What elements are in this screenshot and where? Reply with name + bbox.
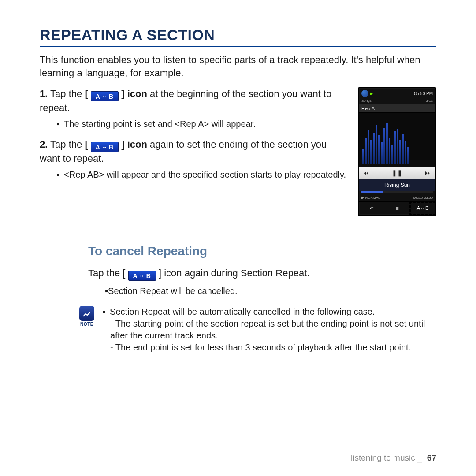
note-body: ▪Section Repeat will be automatically ca… [102, 306, 436, 353]
ab-repeat-icon: A↔B [128, 271, 156, 281]
open-bracket: [ [85, 88, 88, 99]
next-track-icon[interactable]: ⏭ [425, 169, 431, 176]
step-1-post: at the beginning of the section you want… [40, 88, 331, 113]
footer-section: listening to music _ [351, 453, 422, 462]
open-bracket: [ [123, 268, 125, 279]
note-dash-2: - The end point is set for less than 3 s… [110, 342, 436, 353]
step-2-post: again to set the ending of the section y… [40, 139, 327, 164]
ab-repeat-icon: A↔B [91, 91, 119, 101]
step-1-icon-word: icon [127, 88, 147, 99]
rep-a-indicator: Rep A [359, 104, 435, 113]
device-clock: 05:50 PM [414, 91, 433, 96]
step-1: 1. Tap the [ A↔B ] icon at the beginning… [40, 87, 349, 115]
device-menu-label: Songs [361, 99, 372, 103]
bullet-icon: ▪ [56, 170, 60, 179]
step-2-sub: ▪<Rep AB> will appear and the specified … [56, 169, 349, 181]
elapsed-time: 00:51/ 03:50 [413, 196, 433, 200]
note-label: NOTE [79, 322, 94, 327]
open-bracket: [ [85, 139, 88, 150]
cancel-step-icon-word: icon [164, 268, 182, 279]
page-title: REPEATING A SECTION [40, 26, 436, 47]
close-bracket: ] [121, 139, 124, 150]
note-badge: NOTE [79, 306, 94, 327]
app-icon [361, 90, 368, 97]
page-footer: listening to music _ 67 [351, 453, 436, 463]
back-icon[interactable]: ↶ [359, 202, 384, 215]
step-1-number: 1. [40, 88, 48, 99]
song-title: Rising Sun [359, 179, 435, 191]
step-1-sub: ▪The starting point is set and <Rep A> w… [56, 118, 349, 130]
pause-icon[interactable]: ❚❚ [392, 169, 402, 176]
step-1-pre: Tap the [50, 88, 82, 99]
bullet-icon: ▪ [56, 119, 60, 129]
close-bracket: ] [121, 88, 124, 99]
progress-bar[interactable] [361, 191, 433, 193]
ab-repeat-icon: A↔B [91, 142, 119, 152]
cancel-step: Tap the [ A↔B ] icon again during Sectio… [88, 267, 436, 281]
close-bracket: ] [159, 268, 161, 279]
note-dash-1: - The starting point of the section repe… [110, 318, 436, 342]
cancel-sub: ▪Section Repeat will be cancelled. [105, 285, 436, 297]
intro-text: This function enables you to listen to s… [40, 53, 436, 79]
device-screenshot: ▶ 05:50 PM Songs3/12 Rep A ⏮ ❚❚ ⏭ Rising… [358, 87, 436, 216]
equalizer [359, 113, 435, 167]
play-indicator-icon: ▶ [370, 92, 373, 96]
footer-page-number: 67 [427, 453, 436, 462]
step-2-number: 2. [40, 139, 48, 150]
cancel-repeating-heading: To cancel Repeating [88, 244, 436, 260]
step-2: 2. Tap the [ A↔B ] icon again to set the… [40, 138, 349, 165]
prev-track-icon[interactable]: ⏮ [363, 169, 369, 176]
list-icon[interactable]: ≡ [384, 202, 409, 215]
note-icon [82, 309, 91, 318]
ab-repeat-button[interactable]: A↔B [410, 202, 435, 215]
step-2-pre: Tap the [50, 139, 82, 150]
device-track-index: 3/12 [426, 99, 433, 103]
eq-mode: NORMAL [365, 196, 380, 200]
step-2-icon-word: icon [127, 139, 147, 150]
bullet-icon: ▪ [102, 307, 105, 316]
